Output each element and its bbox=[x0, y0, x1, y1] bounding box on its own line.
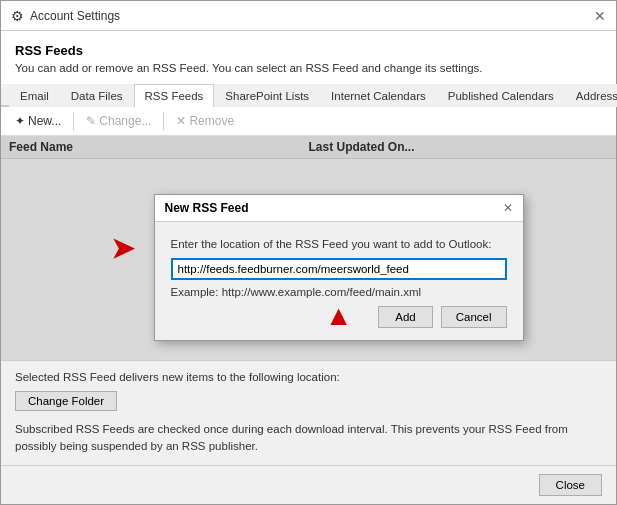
section-description: You can add or remove an RSS Feed. You c… bbox=[15, 62, 602, 74]
dialog-body: Enter the location of the RSS Feed you w… bbox=[155, 222, 523, 340]
cancel-button[interactable]: Cancel bbox=[441, 306, 507, 328]
remove-label: Remove bbox=[189, 114, 234, 128]
change-icon: ✎ bbox=[86, 114, 96, 128]
dialog-example: Example: http://www.example.com/feed/mai… bbox=[171, 286, 507, 298]
dialog-overlay: ➤ New RSS Feed ✕ Enter the location of t… bbox=[1, 136, 616, 360]
title-bar-left: ⚙ Account Settings bbox=[11, 8, 120, 24]
window-close-button[interactable]: ✕ bbox=[594, 8, 606, 24]
window-icon: ⚙ bbox=[11, 8, 24, 24]
dialog-buttons: Add Cancel bbox=[171, 306, 507, 328]
new-rss-feed-dialog: New RSS Feed ✕ Enter the location of the… bbox=[154, 194, 524, 341]
tab-sharepoint-lists[interactable]: SharePoint Lists bbox=[214, 84, 320, 107]
tab-published-calendars[interactable]: Published Calendars bbox=[437, 84, 565, 107]
rss-note: Subscribed RSS Feeds are checked once du… bbox=[15, 421, 602, 456]
remove-button[interactable]: ✕ Remove bbox=[170, 112, 240, 130]
window-title: Account Settings bbox=[30, 9, 120, 23]
bottom-section: Selected RSS Feed delivers new items to … bbox=[1, 360, 616, 466]
change-button[interactable]: ✎ Change... bbox=[80, 112, 157, 130]
content-area: Feed Name Last Updated On... ➤ New RSS F… bbox=[1, 136, 616, 360]
left-arrow-indicator: ➤ bbox=[111, 231, 134, 264]
close-button[interactable]: Close bbox=[539, 474, 602, 496]
tab-email[interactable]: Email bbox=[9, 84, 60, 107]
footer: Close bbox=[1, 465, 616, 504]
toolbar: ✦ New... ✎ Change... ✕ Remove bbox=[1, 107, 616, 136]
tab-address-books[interactable]: Address Books bbox=[565, 84, 617, 107]
tab-rss-feeds[interactable]: RSS Feeds bbox=[134, 84, 215, 107]
header-section: RSS Feeds You can add or remove an RSS F… bbox=[1, 31, 616, 84]
title-bar: ⚙ Account Settings ✕ bbox=[1, 1, 616, 31]
tabs-bar: Email Data Files RSS Feeds SharePoint Li… bbox=[1, 84, 616, 107]
tab-internet-calendars[interactable]: Internet Calendars bbox=[320, 84, 437, 107]
toolbar-separator-1 bbox=[73, 112, 74, 130]
new-label: New... bbox=[28, 114, 61, 128]
toolbar-separator-2 bbox=[163, 112, 164, 130]
section-title: RSS Feeds bbox=[15, 43, 602, 58]
tab-data-files[interactable]: Data Files bbox=[60, 84, 134, 107]
add-button[interactable]: Add bbox=[378, 306, 432, 328]
selected-feed-label: Selected RSS Feed delivers new items to … bbox=[15, 371, 602, 383]
account-settings-window: ⚙ Account Settings ✕ RSS Feeds You can a… bbox=[0, 0, 617, 505]
change-folder-button[interactable]: Change Folder bbox=[15, 391, 117, 411]
dialog-prompt: Enter the location of the RSS Feed you w… bbox=[171, 238, 507, 250]
dialog-close-button[interactable]: ✕ bbox=[503, 201, 513, 215]
new-icon: ✦ bbox=[15, 114, 25, 128]
remove-icon: ✕ bbox=[176, 114, 186, 128]
dialog-title-bar: New RSS Feed ✕ bbox=[155, 195, 523, 222]
rss-url-input[interactable] bbox=[171, 258, 507, 280]
new-button[interactable]: ✦ New... bbox=[9, 112, 67, 130]
change-label: Change... bbox=[99, 114, 151, 128]
dialog-title: New RSS Feed bbox=[165, 201, 249, 215]
